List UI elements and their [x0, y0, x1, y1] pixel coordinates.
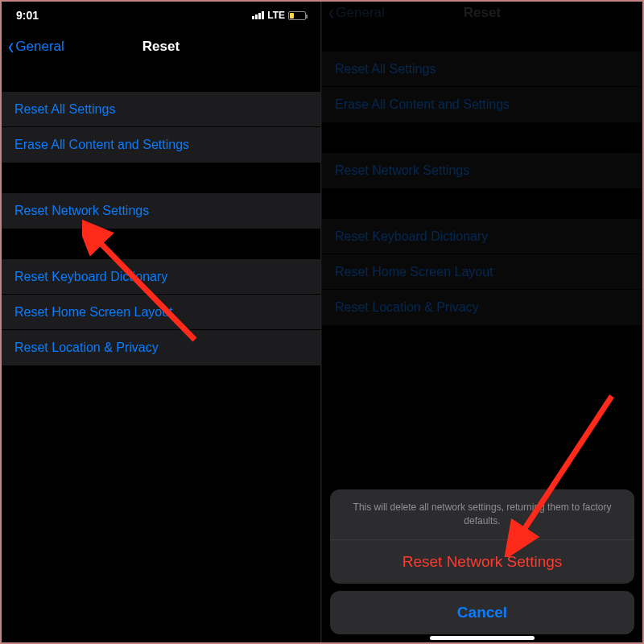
- reset-location-privacy-b[interactable]: Reset Location & Privacy: [322, 290, 642, 325]
- reset-all-settings[interactable]: Reset All Settings: [2, 92, 320, 127]
- clock: 9:01: [16, 9, 39, 22]
- back-label: General: [15, 39, 64, 55]
- reset-home-screen-layout[interactable]: Reset Home Screen Layout: [2, 295, 320, 330]
- screen-right: ‹ General Reset Reset All Settings Erase…: [322, 2, 642, 642]
- back-label: General: [336, 5, 384, 21]
- reset-all-settings-b[interactable]: Reset All Settings: [322, 52, 642, 87]
- group-2-b: Reset Network Settings: [322, 153, 642, 188]
- dim-nav-bar: ‹ General Reset: [322, 2, 642, 24]
- page-title: Reset: [142, 39, 180, 55]
- sheet-message: This will delete all network settings, r…: [330, 489, 634, 540]
- back-button[interactable]: ‹ General: [8, 38, 64, 56]
- battery-icon: [288, 11, 306, 20]
- cancel-button[interactable]: Cancel: [330, 591, 634, 634]
- page-title-dim: Reset: [464, 5, 501, 21]
- back-button-dim[interactable]: ‹ General: [328, 4, 385, 22]
- reset-network-settings[interactable]: Reset Network Settings: [2, 193, 320, 229]
- chevron-left-icon: ‹: [328, 2, 334, 24]
- group-1: Reset All Settings Erase All Content and…: [2, 92, 320, 163]
- group-3: Reset Keyboard Dictionary Reset Home Scr…: [2, 259, 320, 365]
- home-indicator[interactable]: [430, 636, 535, 640]
- signal-icon: [252, 11, 264, 19]
- erase-all-content[interactable]: Erase All Content and Settings: [2, 127, 320, 163]
- erase-all-content-b[interactable]: Erase All Content and Settings: [322, 87, 642, 122]
- carrier-label: LTE: [267, 10, 285, 21]
- group-1-b: Reset All Settings Erase All Content and…: [322, 52, 642, 122]
- group-2: Reset Network Settings: [2, 193, 320, 229]
- confirm-reset-network-button[interactable]: Reset Network Settings: [330, 540, 634, 584]
- action-sheet: This will delete all network settings, r…: [330, 489, 634, 634]
- reset-keyboard-dictionary-b[interactable]: Reset Keyboard Dictionary: [322, 219, 642, 254]
- reset-location-privacy[interactable]: Reset Location & Privacy: [2, 330, 320, 365]
- reset-network-settings-b[interactable]: Reset Network Settings: [322, 153, 642, 188]
- chevron-left-icon: ‹: [8, 35, 14, 59]
- status-bar: 9:01 LTE: [2, 2, 320, 29]
- reset-keyboard-dictionary[interactable]: Reset Keyboard Dictionary: [2, 259, 320, 295]
- screen-left: 9:01 LTE ‹ General Reset Reset All Setti…: [2, 2, 321, 642]
- nav-bar: ‹ General Reset: [2, 29, 320, 64]
- group-3-b: Reset Keyboard Dictionary Reset Home Scr…: [322, 219, 642, 325]
- reset-home-screen-layout-b[interactable]: Reset Home Screen Layout: [322, 254, 642, 290]
